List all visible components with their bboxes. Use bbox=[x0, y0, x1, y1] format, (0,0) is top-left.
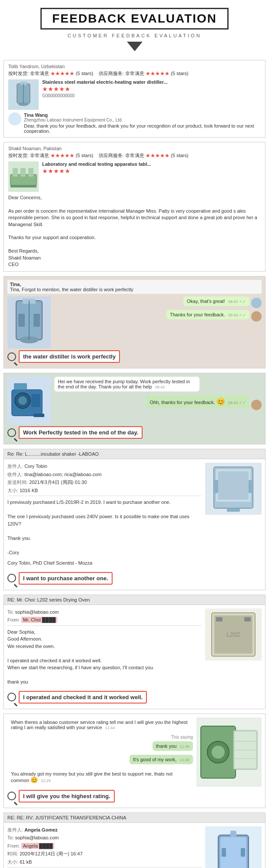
chat-avatar-right-1 bbox=[251, 298, 262, 308]
svg-rect-17 bbox=[33, 314, 40, 327]
email-header-drying-oven: RE: Mr. Choi: L202 series Drying Oven bbox=[4, 595, 265, 605]
email-left-final: 发件人: Angela Gomez To: sophia@laboao.com … bbox=[7, 826, 202, 868]
review-ratings-2: 按时发货: 非常满意 ★★★★★ (5 stars) 供应商服务: 非常满意 ★… bbox=[8, 152, 261, 159]
caption-container-2: Work Perfectly tested in the end of the … bbox=[7, 426, 262, 439]
chat-block-pump: Hei we have received the pump today. Wor… bbox=[3, 373, 266, 444]
chat-product-image-1 bbox=[7, 296, 51, 349]
chat-block-water-distiller: Tina, Tina, Forgot to mention, the water… bbox=[3, 276, 266, 368]
product-info-2: Laboratory and medical testing apparatus… bbox=[42, 161, 261, 192]
rating-delivery-label-2: 按时发货: 非常满意 ★★★★★ (5 stars) bbox=[8, 153, 93, 158]
email-body-text-incubator: I previously purchased L/S-2019R-2 in 20… bbox=[7, 499, 202, 556]
rating-msg-right-2: It's good of my work, 11:46 bbox=[7, 755, 193, 766]
email-right-incubator bbox=[205, 463, 262, 567]
magnify-icon-3 bbox=[7, 574, 16, 582]
chat-avatar-right-2 bbox=[251, 311, 262, 322]
magnify-icon-2 bbox=[7, 428, 16, 437]
rating-service-label-1: 供应商服务: 非常满意 ★★★★★ (5 stars) bbox=[99, 71, 189, 76]
reply-name-1: Tina Wang bbox=[24, 112, 261, 118]
review-ratings-1: 按时发货: 非常满意 ★★★★★ (5 stars) 供应商服务: 非常满意 ★… bbox=[8, 70, 261, 77]
chat-saying: This saying bbox=[7, 735, 193, 740]
email-block-drying-oven: RE: Mr. Choi: L202 series Drying Oven To… bbox=[3, 595, 266, 709]
product-info-1: Stainless steel material electric-heatin… bbox=[42, 79, 261, 110]
chat-msg-right-1: Okay, that's great! 08:42 ✓✓ bbox=[54, 296, 262, 308]
page-header: FEEDBACK EVALUATION CUSTOMER FEEDBACK EV… bbox=[0, 0, 269, 56]
svg-rect-29 bbox=[227, 508, 240, 512]
product-row-1: Stainless steel material electric-heatin… bbox=[8, 79, 261, 110]
svg-rect-7 bbox=[13, 168, 18, 177]
reply-company-1: Zhengzhou Laboao Instrument Equipment Co… bbox=[24, 118, 261, 122]
email-body-text-drying-oven: Dear Sophia, Good Afternoon. We received… bbox=[7, 628, 202, 686]
svg-rect-38 bbox=[244, 617, 251, 621]
svg-rect-8 bbox=[20, 168, 26, 177]
chat-header-1: Tina, Tina, Forgot to mention, the water… bbox=[7, 280, 262, 294]
arrow-down-icon bbox=[127, 42, 143, 51]
header-title-box: FEEDBACK EVALUATION bbox=[40, 8, 229, 30]
rating-delivery-label-1: 按时发货: 非常满意 ★★★★★ (5 stars) bbox=[8, 71, 93, 76]
chat-avatar-pump bbox=[251, 400, 262, 410]
email-product-img-incubator bbox=[205, 463, 262, 515]
product-name-1: Stainless steel material electric-heatin… bbox=[42, 79, 261, 85]
caption-text-2: Work Perfectly tested in the end of the … bbox=[19, 426, 143, 439]
reply-row-1: Tina Wang Zhengzhou Laboao Instrument Eq… bbox=[8, 112, 261, 134]
email-block-incubator: Re: Re: L..........incubator shaker -LAB… bbox=[3, 449, 266, 590]
product-name-2: Laboratory and medical testing apparatus… bbox=[42, 161, 261, 167]
email-signature-incubator: Cory Tobin, PhD Chief Scientist - Mozza bbox=[7, 559, 202, 567]
magnify-icon-4 bbox=[7, 693, 16, 701]
rating-product-right bbox=[196, 717, 262, 788]
divider-2 bbox=[7, 625, 202, 626]
chat-msg-right-pump: Ohh, thanks for your feedback. 😊 08:43 ✓… bbox=[54, 395, 262, 410]
review-card-1: Tolib Yandrom, Uzbekistan 按时发货: 非常满意 ★★★… bbox=[3, 60, 266, 138]
email-header-incubator: Re: Re: L..........incubator shaker -LAB… bbox=[4, 449, 265, 459]
chat-msg-left-2: Hei we have received the pump today. Wor… bbox=[54, 377, 262, 394]
email-body-final: 发件人: Angela Gomez To: sophia@laboao.com … bbox=[4, 823, 265, 868]
svg-rect-52 bbox=[230, 831, 236, 837]
rating-section: When theres a laboao customer service ra… bbox=[3, 713, 266, 808]
caption-text-incubator: I want to purchase another one. bbox=[19, 572, 113, 585]
email-product-img-final bbox=[205, 826, 262, 868]
product-stars-1: ★★★★★ bbox=[42, 85, 261, 92]
chat-messages-2: Hei we have received the pump today. Wor… bbox=[54, 377, 262, 424]
svg-rect-37 bbox=[216, 617, 223, 621]
caption-text-1: the water distiller is work perfectly bbox=[19, 350, 120, 363]
email-block-final: RE: RE: RV: JUSTIFICANTE TRANSFERENCIA C… bbox=[3, 812, 266, 868]
rating-chat-left: When theres a laboao customer service ra… bbox=[7, 717, 193, 788]
svg-rect-9 bbox=[28, 168, 33, 177]
email-left-incubator: 发件人: Cory Tobin 收件人: tina@laboao.com; ri… bbox=[7, 463, 202, 567]
product-stars-2: ★★★★★ bbox=[42, 168, 261, 174]
caption-container-1: the water distiller is work perfectly bbox=[7, 350, 262, 363]
review-card-2: Shakil Noaman, Pakistan 按时发货: 非常满意 ★★★★★… bbox=[3, 142, 266, 272]
email-header-final: RE: RE: RV: JUSTIFICANTE TRANSFERENCIA C… bbox=[4, 813, 265, 823]
main-title: FEEDBACK EVALUATION bbox=[52, 12, 217, 26]
rating-msg-1: When theres a laboao customer service ra… bbox=[7, 717, 193, 732]
email-content-row-final: 发件人: Angela Gomez To: sophia@laboao.com … bbox=[7, 826, 262, 868]
email-body-drying-oven: To: sophia@laboao.com From: Mr. Choi ███… bbox=[4, 605, 265, 689]
svg-rect-28 bbox=[218, 471, 249, 500]
svg-point-21 bbox=[18, 396, 27, 405]
avatar-1 bbox=[8, 112, 21, 125]
caption-container-drying-oven: I operated and checked it and it worked … bbox=[4, 691, 265, 707]
caption-text-drying-oven: I operated and checked it and it worked … bbox=[19, 691, 147, 704]
divider-final bbox=[7, 867, 202, 868]
chat-msg-right-2: Thanks for your feedback. 08:43 ✓✓ bbox=[54, 310, 262, 322]
product-id-1: G000000000000 bbox=[42, 93, 261, 98]
caption-container-incubator: I want to purchase another one. bbox=[4, 572, 265, 588]
svg-rect-23 bbox=[14, 383, 27, 390]
caption-container-rating: I will give you the highest rating. bbox=[7, 790, 262, 802]
svg-point-42 bbox=[212, 746, 225, 759]
magnify-icon-1 bbox=[7, 352, 16, 361]
email-content-row-drying-oven: To: sophia@laboao.com From: Mr. Choi ███… bbox=[7, 608, 262, 686]
svg-rect-24 bbox=[33, 414, 44, 417]
svg-rect-10 bbox=[10, 185, 37, 187]
svg-rect-22 bbox=[31, 394, 40, 407]
svg-rect-16 bbox=[18, 314, 25, 327]
chat-content-1: Okay, that's great! 08:42 ✓✓ Thanks for … bbox=[7, 296, 262, 349]
rating-msg-2: You already got my money but you still g… bbox=[7, 769, 193, 786]
svg-rect-54 bbox=[241, 848, 245, 857]
email-content-row-incubator: 发件人: Cory Tobin 收件人: tina@laboao.com; ri… bbox=[7, 463, 262, 567]
header-subtitle: CUSTOMER FEEDBACK EVALUATION bbox=[4, 33, 265, 38]
caption-text-rating: I will give you the highest rating. bbox=[19, 790, 115, 802]
review-text-2: Dear Concerns, As per order is concern t… bbox=[8, 194, 261, 268]
svg-rect-53 bbox=[222, 848, 226, 857]
chat-content-2: Hei we have received the pump today. Wor… bbox=[7, 377, 262, 424]
chat-product-image-2 bbox=[7, 377, 51, 424]
